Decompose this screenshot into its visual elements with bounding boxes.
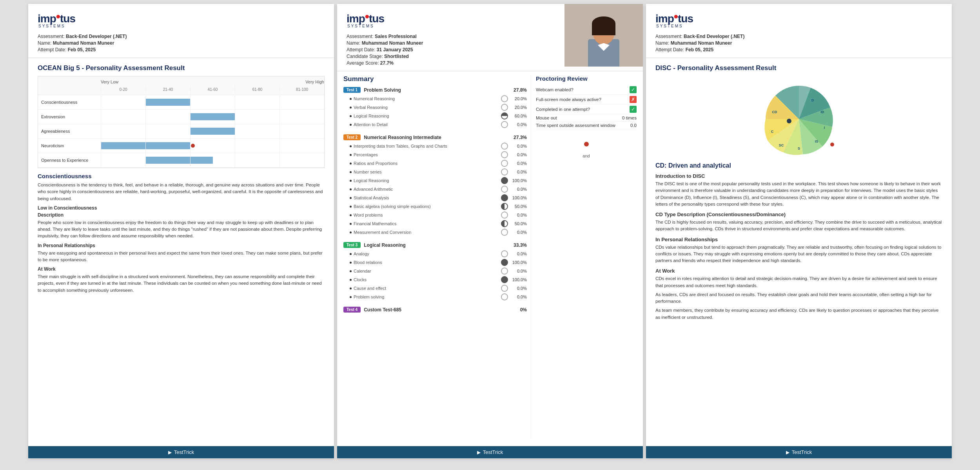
name-line-3: Name: Muhammad Noman Muneer xyxy=(655,40,942,46)
name-line-2: Name: Muhammad Noman Muneer xyxy=(347,40,557,46)
trait-intro: Conscientiousness is the tendency to thi… xyxy=(38,182,325,202)
attempt-value-2: 31 January 2025 xyxy=(377,47,413,52)
summary-left: Summary Test 1 Problem Solving 27.8% Num… xyxy=(343,75,527,439)
test-block-2: Test 2 Numerical Reasoning Intermediate … xyxy=(343,134,527,237)
assessment-line: Assessment: Back-End Developer (.NET) xyxy=(38,34,325,39)
personal-body: They are easygoing and spontaneous in th… xyxy=(38,250,325,264)
list-item: Statistical Analysis100.0% xyxy=(343,193,527,202)
scale-high: Very High xyxy=(305,80,324,84)
disc-main-title: CD: Driven and analytical xyxy=(655,162,942,169)
logo-text-3: imp•tus xyxy=(655,11,693,25)
list-item: Word problems0.0% xyxy=(343,211,527,219)
svg-text:D: D xyxy=(811,98,814,102)
footer-text-3: TestTrick xyxy=(792,449,812,455)
table-row: Extroversion xyxy=(38,110,324,124)
list-item: Calendar0.0% xyxy=(343,267,527,275)
attempt-line-2: Attempt Date: 31 January 2025 xyxy=(347,47,557,52)
list-item: Advanced Arithmetic0.0% xyxy=(343,185,527,193)
work-heading: At Work xyxy=(38,266,325,272)
logo-text-2: imp•tus xyxy=(347,11,384,25)
svg-text:S: S xyxy=(798,146,800,150)
footer-icon-2: ▶ xyxy=(477,450,481,455)
ocean-scale-header: Very Low Very High 0-20 21-40 41-60 61-8… xyxy=(38,76,324,95)
check-no-icon: ✗ xyxy=(630,96,637,103)
test-block-4: Test 4 Custom Test-685 0% xyxy=(343,307,527,313)
cd-type-heading: CD Type Description (Conscientiousness/D… xyxy=(655,212,942,217)
test-name-1: Problem Solving xyxy=(364,87,514,93)
footer-icon-3: ▶ xyxy=(786,450,789,455)
attempt-line-3: Attempt Date: Feb 05, 2025 xyxy=(655,47,942,52)
test-name-2: Numerical Reasoning Intermediate xyxy=(364,135,514,140)
ocean-chart: Very Low Very High 0-20 21-40 41-60 61-8… xyxy=(38,76,325,168)
test-badge-2: Test 2 xyxy=(343,134,361,140)
logo-systems: SYSTEMS xyxy=(38,24,75,28)
table-row: Openness to Experience xyxy=(38,153,324,168)
svg-text:C: C xyxy=(771,130,774,134)
at-work-heading-disc: At Work xyxy=(655,268,942,274)
attempt-line: Attempt Date: Feb 05, 2025 xyxy=(38,47,325,52)
assessment-value: Back-End Developer (.NET) xyxy=(66,34,127,39)
disc-description: CD: Driven and analytical Introduction t… xyxy=(646,162,952,323)
avg-line: Average Score: 27.7% xyxy=(347,60,557,66)
proctor-row: Time spent outside assessment window 0.0 xyxy=(536,122,637,129)
svg-text:IS: IS xyxy=(815,139,818,143)
ocean-section-title: OCEAN Big 5 - Personality Assessment Res… xyxy=(38,64,325,72)
disc-intro-heading: Introduction to DISC xyxy=(655,173,942,179)
disc-wheel-svg: D ID I IS S SC C CD xyxy=(760,80,838,158)
list-item: Clocks100.0% xyxy=(343,275,527,284)
trait-heading: Conscientiousness xyxy=(38,173,325,179)
table-row: Agreeableness xyxy=(38,124,324,139)
list-item: Blood relations100.0% xyxy=(343,258,527,267)
logo-area-3: imp•tus SYSTEMS xyxy=(655,11,942,28)
assessment-value-2: Sales Professional xyxy=(375,34,417,39)
list-item: Number series0.0% xyxy=(343,168,527,176)
proctor-row: Mouse out 0 times xyxy=(536,114,637,122)
name-value-2: Muhammad Noman Muneer xyxy=(362,40,423,46)
panel1-header: imp•tus SYSTEMS Assessment: Back-End Dev… xyxy=(28,4,334,58)
test-score-3: 33.3% xyxy=(514,242,527,248)
list-item: Financial Mathematics50.0% xyxy=(343,219,527,228)
panel3-header: imp•tus SYSTEMS Assessment: Back-End Dev… xyxy=(646,4,952,58)
description-heading: Description xyxy=(38,212,325,218)
red-dot xyxy=(584,142,589,146)
sub-heading: Low in Conscientiousness xyxy=(38,205,325,211)
time-outside-value: 0.0 xyxy=(630,123,637,128)
test-score-2: 27.3% xyxy=(514,135,527,140)
conscientiousness-section: Conscientiousness Conscientiousness is t… xyxy=(28,168,334,299)
proctor-row: Completed in one attempt? ✓ xyxy=(536,105,637,114)
mouse-out-value: 0 times xyxy=(622,116,637,120)
list-item: Interpreting data from Tables, Graphs an… xyxy=(343,142,527,150)
at-work-team: As team members, they contribute by ensu… xyxy=(655,307,942,321)
test-block-1: Test 1 Problem Solving 27.8% Numerical R… xyxy=(343,87,527,129)
svg-text:ID: ID xyxy=(821,110,825,114)
table-row: Neuroticism xyxy=(38,139,324,153)
panel2-footer: ▶ TestTrick xyxy=(337,446,643,458)
svg-text:CD: CD xyxy=(772,110,777,114)
assessment-line-2: Assessment: Sales Professional xyxy=(347,34,557,39)
stage-value: Shortlisted xyxy=(384,54,409,59)
panel3-footer: ▶ TestTrick xyxy=(646,446,952,458)
candidate-photo xyxy=(564,4,643,67)
test-score-4: 0% xyxy=(520,307,527,313)
and-text: and xyxy=(536,152,637,160)
check-yes-icon-2: ✓ xyxy=(630,106,637,113)
logo-area: imp•tus SYSTEMS xyxy=(38,11,325,28)
neuroticism-dot xyxy=(191,144,195,148)
panel-summary: imp•tus SYSTEMS Assessment: Sales Profes… xyxy=(337,4,643,458)
panel1-footer: ▶ TestTrick xyxy=(28,446,334,458)
footer-text-2: TestTrick xyxy=(483,449,503,455)
name-value-3: Muhammad Noman Muneer xyxy=(671,40,732,46)
proctor-row: Webcam enabled? ✓ xyxy=(536,85,637,95)
list-item: Verbal Reasoning 20.0% xyxy=(343,103,527,112)
panel-disc: imp•tus SYSTEMS Assessment: Back-End Dev… xyxy=(646,4,952,458)
disc-section-title: DISC - Personality Assessment Result xyxy=(655,64,942,72)
footer-text: TestTrick xyxy=(174,449,194,455)
footer-icon: ▶ xyxy=(168,450,172,455)
list-item: Analogy0.0% xyxy=(343,249,527,258)
list-item: Percentages0.0% xyxy=(343,150,527,159)
red-dot-area xyxy=(536,129,637,152)
list-item: Basic algebra (solving simple equations)… xyxy=(343,202,527,211)
logo-systems-2: SYSTEMS xyxy=(347,24,384,28)
list-item: Problem solving0.0% xyxy=(343,293,527,301)
at-work-leaders: As leaders, CDs are direct and focused o… xyxy=(655,291,942,305)
